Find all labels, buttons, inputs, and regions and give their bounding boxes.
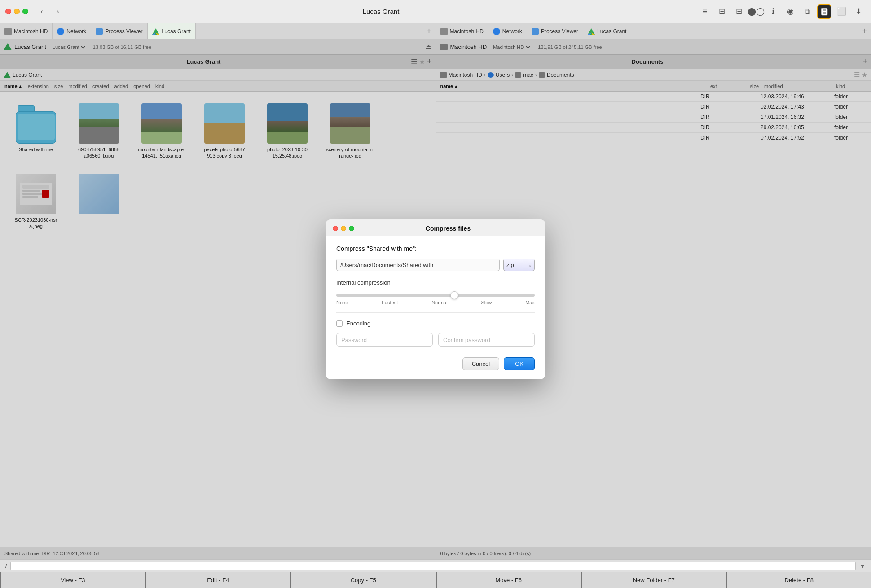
tab-left-process-viewer[interactable]: Process Viewer — [91, 23, 147, 39]
path-dropdown-button[interactable]: ▼ — [859, 562, 866, 570]
compression-normal: Normal — [431, 300, 447, 305]
toolbar-icons: ≡ ⊟ ⊞ ⬤◯ ℹ ◉ ⧉ ⬜ ⬇ — [698, 4, 866, 19]
main-window: ‹ › Lucas Grant ≡ ⊟ ⊞ ⬤◯ ℹ ◉ ⧉ ⬜ ⬇ — [0, 0, 871, 588]
compression-fastest: Fastest — [382, 300, 398, 305]
compression-label: Internal compression — [336, 279, 535, 286]
process-icon — [96, 28, 103, 35]
process-icon-right — [532, 28, 539, 35]
panels-area: Lucas Grant Lucas Grant 13,03 GB of 16,1… — [0, 39, 871, 588]
tab-right-network[interactable]: Network — [488, 23, 527, 39]
tab-bar: Macintosh HD Network Process Viewer Luca… — [0, 23, 871, 39]
left-tab-pane: Macintosh HD Network Process Viewer Luca… — [0, 23, 436, 39]
network-icon — [57, 28, 64, 35]
tab-left-macintosh-hd[interactable]: Macintosh HD — [0, 23, 53, 39]
dialog-path-input[interactable] — [336, 259, 500, 271]
dialog-title: Compress files — [358, 225, 538, 232]
new-folder-button[interactable]: New Folder - F7 — [581, 572, 726, 588]
traffic-lights — [5, 9, 28, 14]
dialog-path-row: zip tar tar.gz tar.bz2 — [336, 259, 535, 271]
network-icon-right — [493, 28, 500, 35]
svg-marker-8 — [588, 28, 595, 35]
minimize-button[interactable] — [14, 9, 20, 14]
password-input[interactable] — [336, 333, 433, 347]
compression-labels: None Fastest Normal Slow Max — [336, 300, 535, 305]
close-button[interactable] — [5, 9, 11, 14]
svg-marker-5 — [152, 28, 159, 35]
view-button[interactable]: View - F3 — [0, 572, 145, 588]
dialog-titlebar: Compress files — [326, 219, 545, 236]
dialog-body: Compress "Shared with me": zip tar tar.g… — [326, 236, 545, 379]
tab-right-macintosh-hd[interactable]: Macintosh HD — [436, 23, 488, 39]
path-input[interactable] — [10, 562, 856, 570]
hd-icon — [4, 28, 12, 35]
dialog-maximize-button[interactable] — [349, 226, 354, 231]
encoding-row: Encoding — [336, 320, 535, 327]
forward-button[interactable]: › — [52, 5, 64, 18]
copy-button[interactable]: Copy - F5 — [290, 572, 436, 588]
delete-button[interactable]: Delete - F8 — [726, 572, 871, 588]
window-title: Lucas Grant — [68, 8, 694, 15]
menu-icon-button[interactable]: ≡ — [698, 4, 712, 19]
add-right-tab-button[interactable]: + — [858, 23, 871, 39]
compression-slider[interactable] — [336, 294, 535, 297]
dialog-close-button[interactable] — [333, 226, 338, 231]
list-view-button[interactable]: ⊟ — [715, 4, 729, 19]
tab-right-process-viewer[interactable]: Process Viewer — [527, 23, 583, 39]
toggle-button[interactable]: ⬤◯ — [749, 4, 763, 19]
compress-button[interactable] — [817, 4, 831, 19]
hd-icon-right — [440, 28, 448, 35]
back-button[interactable]: ‹ — [35, 5, 48, 18]
encoding-checkbox[interactable] — [336, 320, 343, 327]
main-panels: Lucas Grant Lucas Grant 13,03 GB of 16,1… — [0, 39, 871, 559]
edit-button[interactable]: Edit - F4 — [145, 572, 291, 588]
format-select[interactable]: zip tar tar.gz tar.bz2 — [503, 259, 535, 271]
right-tab-pane: Macintosh HD Network Process Viewer Luca… — [436, 23, 871, 39]
tab-left-network[interactable]: Network — [53, 23, 91, 39]
format-select-wrapper: zip tar tar.gz tar.bz2 — [503, 259, 535, 271]
dialog-traffic-lights — [333, 226, 354, 231]
info-button[interactable]: ℹ — [766, 4, 780, 19]
compress-icon — [820, 8, 828, 16]
dialog-buttons: Cancel OK — [336, 355, 535, 370]
title-bar: ‹ › Lucas Grant ≡ ⊟ ⊞ ⬤◯ ℹ ◉ ⧉ ⬜ ⬇ — [0, 0, 871, 23]
dialog-minimize-button[interactable] — [341, 226, 346, 231]
search-button[interactable]: ⧉ — [800, 4, 814, 19]
finder-button[interactable]: ⬜ — [834, 4, 849, 19]
compression-max: Max — [525, 300, 535, 305]
tab-right-lucas-grant[interactable]: Lucas Grant — [583, 23, 631, 39]
tab-left-lucas-grant[interactable]: Lucas Grant — [148, 23, 196, 39]
encoding-label: Encoding — [346, 320, 370, 327]
gdrive-icon-right — [588, 28, 595, 35]
add-left-tab-button[interactable]: + — [423, 23, 436, 39]
compression-slow: Slow — [481, 300, 492, 305]
compress-target-label: Compress "Shared with me": — [336, 245, 535, 252]
path-separator: / — [5, 563, 7, 569]
move-button[interactable]: Move - F6 — [436, 572, 581, 588]
gdrive-icon — [152, 28, 159, 35]
ok-button[interactable]: OK — [504, 357, 535, 370]
preview-button[interactable]: ◉ — [783, 4, 797, 19]
function-bar: View - F3 Edit - F4 Copy - F5 Move - F6 … — [0, 572, 871, 588]
dialog-divider — [336, 312, 535, 313]
download-button[interactable]: ⬇ — [851, 4, 866, 19]
dialog-overlay: Compress files Compress "Shared with me"… — [0, 39, 871, 559]
compress-dialog: Compress files Compress "Shared with me"… — [326, 219, 545, 379]
password-row — [336, 333, 535, 347]
compression-slider-container: None Fastest Normal Slow Max — [336, 291, 535, 305]
compression-none: None — [336, 300, 348, 305]
cancel-button[interactable]: Cancel — [462, 357, 499, 370]
path-bar: / ▼ — [0, 559, 871, 572]
maximize-button[interactable] — [22, 9, 28, 14]
grid-view-button[interactable]: ⊞ — [732, 4, 746, 19]
confirm-password-input[interactable] — [438, 333, 535, 347]
